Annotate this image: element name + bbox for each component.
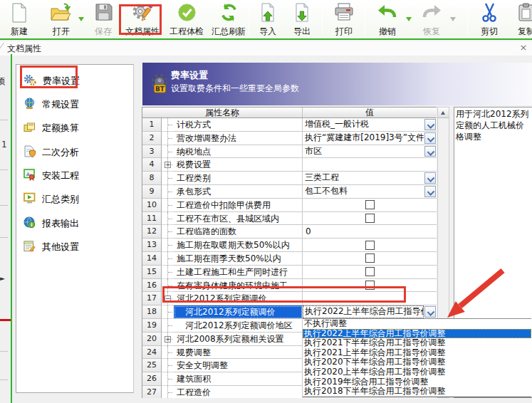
secondary-analysis-icon — [24, 145, 36, 159]
table-row[interactable]: 3 纳税地点 市区 — [142, 145, 437, 159]
quota-conversion-icon — [24, 122, 36, 135]
table-row[interactable]: 10 工程造价中扣除甲供费用 — [142, 199, 437, 212]
dropdown-item[interactable]: 执行2019年综合用工指导价调整 — [303, 377, 531, 387]
background-left-strip: 项 1 ► — [0, 56, 11, 403]
table-row[interactable]: 15 土建工程施工和生产同时进行 — [142, 266, 437, 279]
open-folder-icon — [50, 1, 73, 26]
document-properties-icon — [132, 1, 153, 26]
table-row[interactable]: 2 营改增调整办法 执行“冀建建市[2019]3号”文件 — [142, 132, 437, 145]
background-tab-label: 项 — [0, 75, 5, 88]
document-properties-window: 新建 打开 保存 文档属性 工程体检 汇总刷新 导入 — [0, 0, 532, 403]
banner-subtitle: 设置取费条件和一些重要全局参数 — [171, 83, 299, 95]
toolbar-separator — [322, 4, 323, 35]
general-settings-globe-icon — [24, 98, 36, 112]
table-row[interactable]: 17 − 河北2012系列定额调价 — [142, 292, 437, 305]
background-red-mark — [0, 319, 11, 321]
summary-refresh-icon — [219, 1, 239, 26]
dropdown-item[interactable]: 执行2020下半年综合用工指导价调整 — [303, 357, 531, 367]
checkbox[interactable] — [365, 281, 375, 290]
collapse-icon[interactable]: − — [165, 295, 171, 302]
cut-button[interactable]: 剪切 — [473, 1, 506, 37]
installation-project-icon — [24, 169, 36, 183]
chevron-down-icon[interactable] — [424, 186, 436, 197]
expand-icon[interactable]: + — [165, 162, 171, 168]
combobox-dropdown-list: 不执行调整 执行2022上半年综合用工指导价调整 执行2021下半年综合用工指导… — [303, 318, 531, 397]
redo-icon — [422, 1, 442, 26]
sidebar-item-other-settings[interactable]: 其他设置 — [24, 238, 129, 256]
chevron-down-icon[interactable] — [424, 132, 436, 144]
import-button[interactable]: 导入 — [252, 1, 283, 37]
save-icon — [95, 1, 113, 26]
dropdown-item[interactable]: 不执行调整 — [303, 319, 531, 329]
save-button[interactable]: 保存 — [87, 1, 120, 37]
page-banner: BT 费率设置 设置取费条件和一些重要全局参数 — [142, 63, 532, 105]
export-button[interactable]: 导出 — [286, 1, 318, 37]
checkbox[interactable] — [365, 214, 375, 223]
hebei2012-adjust-combobox-open[interactable]: 执行2022上半年综合用工指导价调 — [303, 305, 437, 318]
sidebar-item-fee-rate[interactable]: 费率设置 — [24, 72, 129, 90]
tax-place-combobox[interactable]: 市区 — [303, 145, 437, 158]
table-row[interactable]: 11 工程不在市区、县城区域内 — [142, 212, 437, 226]
redo-button[interactable]: 恢复 — [413, 1, 450, 37]
new-document-icon — [10, 1, 28, 26]
background-pointer-icon: ► — [0, 275, 5, 282]
vat-adjust-combobox[interactable]: 执行“冀建建市[2019]3号”文件 — [303, 132, 437, 145]
undo-dropdown-arrow-icon[interactable] — [406, 17, 412, 24]
project-check-icon — [177, 1, 197, 26]
checkbox[interactable] — [365, 241, 375, 250]
sidebar-item-summary-category[interactable]: 汇总类别 — [24, 190, 129, 209]
other-settings-icon — [24, 240, 36, 254]
dropdown-item[interactable]: 执行2021上半年综合用工指导价调整 — [303, 348, 531, 358]
chevron-down-icon[interactable] — [424, 172, 436, 184]
dropdown-item[interactable]: 执行2020上半年综合用工指导价调整 — [303, 367, 531, 377]
copy-button[interactable]: 复制 — [508, 1, 532, 37]
redo-dropdown-arrow-icon — [450, 17, 456, 24]
tax-method-combobox[interactable]: 增值税_一般计税 — [303, 118, 437, 131]
summary-refresh-button[interactable]: 汇总刷新 — [208, 1, 249, 37]
dropdown-item-selected[interactable]: 执行2022上半年综合用工指导价调整 — [303, 329, 531, 339]
toolbar-separator — [467, 4, 468, 35]
summary-category-icon — [24, 192, 36, 206]
table-row[interactable]: 12 工程临路的面数 0 — [142, 225, 437, 239]
contract-form-combobox[interactable]: 包工不包料 — [303, 185, 437, 198]
new-button[interactable]: 新建 — [3, 1, 36, 37]
dropdown-item[interactable]: 执行2021下半年综合用工指导价调整 — [303, 338, 531, 348]
close-icon[interactable]: × — [518, 42, 528, 53]
print-icon — [334, 1, 354, 26]
table-row[interactable]: 13 施工期在取暖期天数50%以内 — [142, 239, 437, 252]
checkbox[interactable] — [365, 267, 375, 276]
sidebar-item-quota-conversion[interactable]: 定额换算 — [24, 119, 129, 137]
road-faces-value[interactable]: 0 — [303, 225, 311, 238]
checkbox[interactable] — [365, 200, 375, 209]
document-properties-button[interactable]: 文档属性 — [120, 1, 165, 37]
table-row[interactable]: 9 承包形式 包工不包料 — [142, 185, 437, 199]
table-row[interactable]: 1 计税方式 增值税_一般计税 — [142, 118, 437, 132]
sidebar-item-secondary-analysis[interactable]: 二次分析 — [24, 143, 129, 162]
dropdown-item[interactable]: 执行2018下半年综合用工指导价调整 — [303, 387, 531, 397]
dialog-caption-bar: 文档属性 × — [0, 41, 532, 56]
table-row[interactable]: 16 在有害身体健康的环境中施工 — [142, 279, 437, 293]
open-dropdown-arrow-icon[interactable] — [78, 17, 84, 24]
table-row[interactable]: 8 工程类别 三类工程 — [142, 172, 437, 185]
chevron-down-icon[interactable] — [424, 306, 436, 318]
banner-title: 费率设置 — [171, 69, 208, 82]
expand-icon[interactable]: + — [165, 336, 171, 342]
project-check-button[interactable]: 工程体检 — [165, 1, 208, 37]
background-row-marker: 1 — [1, 140, 7, 150]
table-row-selected[interactable]: 18 河北2012系列定额调价 执行2022上半年综合用工指导价调 — [142, 305, 437, 319]
sidebar-item-installation[interactable]: 安装工程 — [24, 167, 129, 185]
table-row[interactable]: 4 + 税费设置 — [142, 158, 437, 172]
chevron-down-icon[interactable] — [424, 146, 436, 157]
undo-button[interactable]: 撤销 — [369, 1, 406, 37]
open-button[interactable]: 打开 — [40, 1, 83, 37]
project-class-combobox[interactable]: 三类工程 — [303, 172, 437, 184]
checkbox[interactable] — [365, 253, 375, 263]
scroll-up-button[interactable] — [438, 108, 449, 118]
sidebar-item-general[interactable]: 常规设置 — [24, 95, 129, 114]
chevron-down-icon[interactable] — [424, 119, 436, 130]
main-toolbar: 新建 打开 保存 文档属性 工程体检 汇总刷新 导入 — [0, 0, 532, 40]
print-button[interactable]: 打印 — [326, 1, 362, 37]
table-row[interactable]: 14 施工期在雨季天数50%以内 — [142, 252, 437, 266]
bottom-strip — [12, 398, 532, 403]
sidebar-item-report-output[interactable]: i 报表输出 — [24, 214, 129, 233]
